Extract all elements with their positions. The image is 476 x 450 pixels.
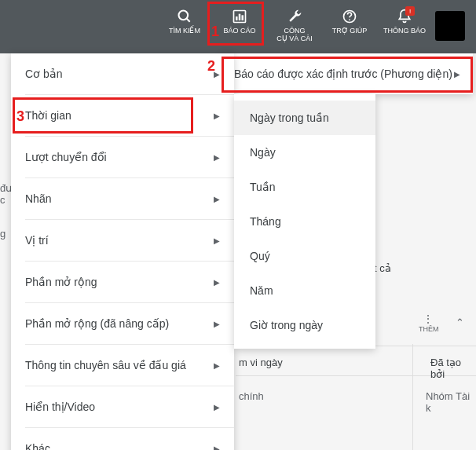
- menu-item-location[interactable]: Vị trí▶: [11, 220, 234, 261]
- bg-cell-main: chính: [239, 390, 264, 402]
- menu-item-auction[interactable]: Thông tin chuyên sâu về đấu giá▶: [11, 345, 234, 386]
- bg-cell-group: Nhóm Tài k: [426, 390, 476, 414]
- wrench-icon: [286, 8, 303, 25]
- topbar: TÌM KIẾM BÁO CÁO CÔNG CỤ VÀ CÀI TRỢ GIÚP…: [0, 0, 476, 53]
- svg-point-7: [349, 19, 350, 20]
- chevron-right-icon: ▶: [214, 153, 220, 162]
- menu-item-labels[interactable]: Nhãn▶: [11, 178, 234, 219]
- chevron-right-icon: ▶: [214, 278, 220, 287]
- menu-item-basic[interactable]: Cơ bản▶: [11, 53, 234, 94]
- alert-badge: !: [405, 6, 415, 16]
- menu-item-conversions[interactable]: Lượt chuyển đổi▶: [11, 137, 234, 177]
- bg-col-range: m vi ngày: [239, 357, 283, 368]
- sub-item-dayofweek[interactable]: Ngày trong tuần: [234, 101, 375, 135]
- search-icon: [176, 8, 193, 25]
- annotation-num-3: 3: [16, 108, 24, 125]
- annotation-num-2: 2: [207, 58, 215, 75]
- chevron-right-icon: ▶: [454, 70, 460, 79]
- bg-more-label: THÊM: [419, 325, 439, 333]
- help-icon: [341, 8, 358, 25]
- svg-rect-5: [242, 15, 244, 20]
- topbar-tools[interactable]: CÔNG CỤ VÀ CÀI: [267, 8, 322, 43]
- topbar-report-label: BÁO CÁO: [223, 27, 255, 35]
- topbar-notif[interactable]: ! THÔNG BÁO: [377, 8, 432, 35]
- chevron-right-icon: ▶: [214, 445, 220, 451]
- svg-rect-4: [239, 14, 241, 20]
- avatar[interactable]: [435, 11, 465, 41]
- svg-line-1: [187, 19, 190, 22]
- predefined-report-item[interactable]: Báo cáo được xác định trước (Phương diện…: [222, 53, 473, 94]
- report-icon: [231, 8, 248, 25]
- menu-item-time[interactable]: Thời gian▶: [11, 95, 234, 136]
- chevron-right-icon: ▶: [214, 361, 220, 370]
- predefined-report-label: Báo cáo được xác định trước (Phương diện…: [234, 68, 452, 80]
- chevron-right-icon: ▶: [214, 403, 220, 412]
- annotation-num-1: 1: [211, 24, 219, 40]
- topbar-help-label: TRỢ GIÚP: [332, 27, 368, 35]
- chevron-right-icon: ▶: [214, 236, 220, 245]
- menu-item-ext-upgraded[interactable]: Phần mở rộng (đã nâng cấp)▶: [11, 303, 234, 344]
- menu-item-display[interactable]: Hiển thị/Video▶: [11, 386, 234, 427]
- dropdown-menu: Cơ bản▶ Thời gian▶ Lượt chuyển đổi▶ Nhãn…: [11, 53, 234, 450]
- bg-text: g: [0, 228, 5, 240]
- sub-item-day[interactable]: Ngày: [234, 135, 375, 170]
- sub-item-hour[interactable]: Giờ trong ngày: [234, 308, 375, 342]
- svg-rect-3: [236, 16, 238, 20]
- topbar-notif-label: THÔNG BÁO: [383, 27, 426, 35]
- divider: [412, 344, 413, 450]
- expand-icon[interactable]: ⌃: [456, 316, 464, 328]
- more-icon[interactable]: ⋮: [423, 313, 435, 325]
- topbar-tools-label: CÔNG CỤ VÀ CÀI: [276, 27, 313, 43]
- topbar-search-label: TÌM KIẾM: [169, 27, 200, 35]
- sub-item-quarter[interactable]: Quý: [234, 239, 375, 273]
- chevron-right-icon: ▶: [214, 112, 220, 120]
- chevron-right-icon: ▶: [214, 320, 220, 328]
- topbar-report[interactable]: BÁO CÁO: [212, 8, 267, 35]
- sub-item-week[interactable]: Tuần: [234, 170, 375, 204]
- svg-point-0: [179, 11, 189, 20]
- sub-item-month[interactable]: Tháng: [234, 204, 375, 239]
- menu-item-other[interactable]: Khác▶: [11, 428, 234, 450]
- chevron-right-icon: ▶: [214, 195, 220, 203]
- topbar-help[interactable]: TRỢ GIÚP: [322, 8, 377, 35]
- bg-col-created: Đã tạo bởi: [430, 357, 476, 380]
- sub-item-year[interactable]: Năm: [234, 273, 375, 308]
- menu-item-ext[interactable]: Phần mở rộng▶: [11, 262, 234, 302]
- bg-text: c: [0, 194, 5, 206]
- submenu-time: Ngày trong tuần Ngày Tuần Tháng Quý Năm …: [234, 94, 375, 349]
- topbar-search[interactable]: TÌM KIẾM: [157, 8, 212, 35]
- bg-text: đư: [0, 182, 12, 194]
